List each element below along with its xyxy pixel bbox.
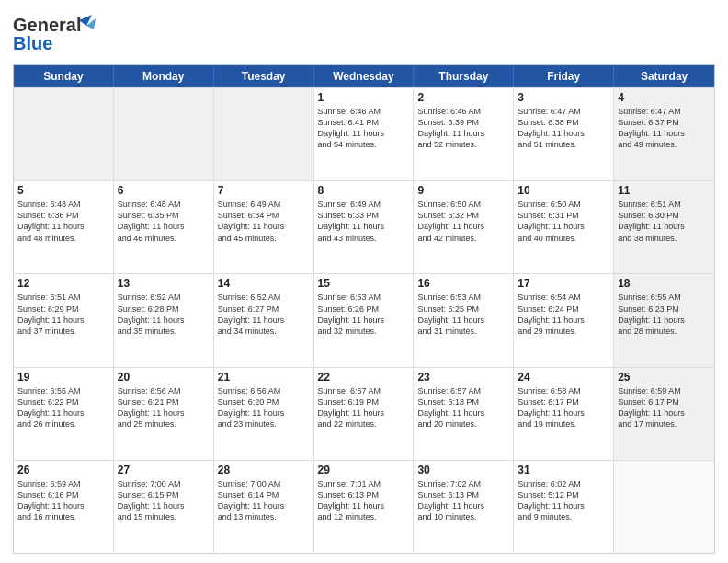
day-cell-29: 29Sunrise: 7:01 AM Sunset: 6:13 PM Dayli… (314, 461, 415, 553)
day-cell-17: 17Sunrise: 6:54 AM Sunset: 6:24 PM Dayli… (514, 274, 614, 366)
day-cell-31: 31Sunrise: 6:02 AM Sunset: 5:12 PM Dayli… (514, 461, 614, 553)
day-cell-12: 12Sunrise: 6:51 AM Sunset: 6:29 PM Dayli… (14, 274, 114, 366)
day-number: 6 (118, 184, 210, 197)
day-cell-16: 16Sunrise: 6:53 AM Sunset: 6:25 PM Dayli… (414, 274, 514, 366)
day-cell-26: 26Sunrise: 6:59 AM Sunset: 6:16 PM Dayli… (14, 461, 114, 553)
day-info: Sunrise: 6:56 AM Sunset: 6:20 PM Dayligh… (218, 385, 310, 431)
day-info: Sunrise: 6:51 AM Sunset: 6:30 PM Dayligh… (618, 199, 711, 244)
day-number: 20 (118, 371, 210, 384)
day-cell-20: 20Sunrise: 6:56 AM Sunset: 6:21 PM Dayli… (114, 368, 214, 460)
svg-text:General: General (13, 15, 81, 35)
day-number: 11 (618, 184, 711, 197)
day-number: 29 (318, 464, 410, 477)
day-info: Sunrise: 6:53 AM Sunset: 6:25 PM Dayligh… (417, 292, 509, 337)
day-number: 18 (618, 277, 711, 290)
day-number: 4 (618, 91, 711, 104)
header-cell-sunday: Sunday (14, 65, 114, 87)
day-number: 22 (318, 371, 410, 384)
day-cell-25: 25Sunrise: 6:59 AM Sunset: 6:17 PM Dayli… (614, 368, 714, 460)
header-cell-wednesday: Wednesday (314, 65, 415, 87)
day-info: Sunrise: 6:48 AM Sunset: 6:36 PM Dayligh… (17, 199, 109, 244)
day-number: 8 (318, 184, 410, 197)
day-info: Sunrise: 6:50 AM Sunset: 6:32 PM Dayligh… (417, 199, 509, 244)
day-number: 27 (118, 464, 210, 477)
day-number: 26 (17, 464, 109, 477)
day-info: Sunrise: 6:46 AM Sunset: 6:41 PM Dayligh… (318, 106, 410, 151)
day-cell-14: 14Sunrise: 6:52 AM Sunset: 6:27 PM Dayli… (214, 274, 314, 366)
day-cell-11: 11Sunrise: 6:51 AM Sunset: 6:30 PM Dayli… (614, 181, 714, 273)
day-info: Sunrise: 6:55 AM Sunset: 6:23 PM Dayligh… (618, 292, 711, 337)
day-number: 28 (218, 464, 310, 477)
day-info: Sunrise: 6:55 AM Sunset: 6:22 PM Dayligh… (17, 385, 109, 431)
calendar-row-3: 19Sunrise: 6:55 AM Sunset: 6:22 PM Dayli… (14, 367, 714, 460)
day-info: Sunrise: 6:48 AM Sunset: 6:35 PM Dayligh… (118, 199, 210, 244)
calendar: SundayMondayTuesdayWednesdayThursdayFrid… (13, 64, 715, 554)
day-number: 25 (618, 371, 711, 384)
day-number: 30 (417, 464, 509, 477)
calendar-row-2: 12Sunrise: 6:51 AM Sunset: 6:29 PM Dayli… (14, 273, 714, 366)
logo: General Blue (13, 13, 114, 57)
day-info: Sunrise: 6:56 AM Sunset: 6:21 PM Dayligh… (118, 385, 210, 431)
day-cell-13: 13Sunrise: 6:52 AM Sunset: 6:28 PM Dayli… (114, 274, 214, 366)
header-cell-saturday: Saturday (614, 65, 714, 87)
day-info: Sunrise: 7:00 AM Sunset: 6:15 PM Dayligh… (118, 478, 210, 523)
day-info: Sunrise: 6:46 AM Sunset: 6:39 PM Dayligh… (417, 106, 509, 151)
day-cell-19: 19Sunrise: 6:55 AM Sunset: 6:22 PM Dayli… (14, 368, 114, 460)
day-cell-15: 15Sunrise: 6:53 AM Sunset: 6:26 PM Dayli… (314, 274, 415, 366)
day-info: Sunrise: 6:49 AM Sunset: 6:33 PM Dayligh… (318, 199, 410, 244)
day-number: 12 (17, 277, 109, 290)
logo-text: General Blue (13, 13, 114, 57)
day-cell-2: 2Sunrise: 6:46 AM Sunset: 6:39 PM Daylig… (414, 88, 514, 180)
day-cell-27: 27Sunrise: 7:00 AM Sunset: 6:15 PM Dayli… (114, 461, 214, 553)
day-number: 1 (318, 91, 410, 104)
empty-cell (614, 461, 714, 553)
day-info: Sunrise: 6:52 AM Sunset: 6:28 PM Dayligh… (118, 292, 210, 337)
calendar-row-4: 26Sunrise: 6:59 AM Sunset: 6:16 PM Dayli… (14, 460, 714, 553)
day-info: Sunrise: 7:00 AM Sunset: 6:14 PM Dayligh… (218, 478, 310, 523)
day-info: Sunrise: 6:58 AM Sunset: 6:17 PM Dayligh… (518, 385, 609, 431)
day-number: 7 (218, 184, 310, 197)
header: General Blue (13, 9, 715, 57)
day-number: 13 (118, 277, 210, 290)
day-cell-23: 23Sunrise: 6:57 AM Sunset: 6:18 PM Dayli… (414, 368, 514, 460)
day-cell-18: 18Sunrise: 6:55 AM Sunset: 6:23 PM Dayli… (614, 274, 714, 366)
day-number: 2 (417, 91, 509, 104)
calendar-row-0: 1Sunrise: 6:46 AM Sunset: 6:41 PM Daylig… (14, 87, 714, 180)
day-number: 24 (518, 371, 609, 384)
calendar-row-1: 5Sunrise: 6:48 AM Sunset: 6:36 PM Daylig… (14, 180, 714, 273)
day-info: Sunrise: 7:02 AM Sunset: 6:13 PM Dayligh… (417, 478, 509, 523)
empty-cell (214, 88, 314, 180)
day-number: 3 (518, 91, 609, 104)
empty-cell (14, 88, 114, 180)
day-cell-28: 28Sunrise: 7:00 AM Sunset: 6:14 PM Dayli… (214, 461, 314, 553)
day-info: Sunrise: 6:57 AM Sunset: 6:19 PM Dayligh… (318, 385, 410, 431)
day-cell-4: 4Sunrise: 6:47 AM Sunset: 6:37 PM Daylig… (614, 88, 714, 180)
day-cell-7: 7Sunrise: 6:49 AM Sunset: 6:34 PM Daylig… (214, 181, 314, 273)
day-cell-21: 21Sunrise: 6:56 AM Sunset: 6:20 PM Dayli… (214, 368, 314, 460)
day-number: 21 (218, 371, 310, 384)
header-cell-monday: Monday (114, 65, 214, 87)
day-number: 31 (518, 464, 609, 477)
day-info: Sunrise: 6:59 AM Sunset: 6:16 PM Dayligh… (17, 478, 109, 523)
day-cell-6: 6Sunrise: 6:48 AM Sunset: 6:35 PM Daylig… (114, 181, 214, 273)
page: General Blue SundayMondayTuesdayWednesda… (0, 0, 728, 563)
day-number: 17 (518, 277, 609, 290)
day-cell-3: 3Sunrise: 6:47 AM Sunset: 6:38 PM Daylig… (514, 88, 614, 180)
day-info: Sunrise: 6:02 AM Sunset: 5:12 PM Dayligh… (518, 478, 609, 523)
day-cell-1: 1Sunrise: 6:46 AM Sunset: 6:41 PM Daylig… (314, 88, 415, 180)
header-cell-tuesday: Tuesday (214, 65, 314, 87)
day-cell-10: 10Sunrise: 6:50 AM Sunset: 6:31 PM Dayli… (514, 181, 614, 273)
day-number: 9 (417, 184, 509, 197)
day-number: 16 (417, 277, 509, 290)
day-cell-9: 9Sunrise: 6:50 AM Sunset: 6:32 PM Daylig… (414, 181, 514, 273)
day-info: Sunrise: 6:50 AM Sunset: 6:31 PM Dayligh… (518, 199, 609, 244)
day-info: Sunrise: 6:51 AM Sunset: 6:29 PM Dayligh… (17, 292, 109, 337)
header-cell-friday: Friday (514, 65, 614, 87)
calendar-body: 1Sunrise: 6:46 AM Sunset: 6:41 PM Daylig… (14, 87, 714, 553)
day-number: 10 (518, 184, 609, 197)
day-number: 5 (17, 184, 109, 197)
header-cell-thursday: Thursday (414, 65, 514, 87)
day-cell-22: 22Sunrise: 6:57 AM Sunset: 6:19 PM Dayli… (314, 368, 415, 460)
day-cell-24: 24Sunrise: 6:58 AM Sunset: 6:17 PM Dayli… (514, 368, 614, 460)
day-cell-30: 30Sunrise: 7:02 AM Sunset: 6:13 PM Dayli… (414, 461, 514, 553)
